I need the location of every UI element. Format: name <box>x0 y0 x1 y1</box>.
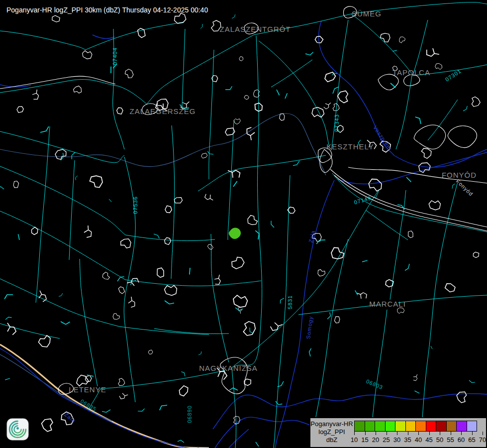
radar-map <box>0 0 487 448</box>
legend-tick-label: 70 <box>479 436 486 444</box>
legend-color-cell <box>395 421 406 432</box>
legend-tick-mark <box>408 432 408 435</box>
river-lines-slate <box>0 113 326 421</box>
legend-color-cell <box>436 421 447 432</box>
legend-tick-mark <box>461 432 462 435</box>
legend-tick-mark <box>418 432 419 435</box>
legend-color-cell <box>405 421 416 432</box>
shorelines-and-towns <box>0 6 487 394</box>
legend-tick-label: 55 <box>447 436 454 444</box>
legend-title-line2: logZ_PPI <box>310 428 353 436</box>
legend-tick-mark <box>376 432 376 435</box>
legend-color-cell <box>446 421 457 432</box>
legend-tick-label: 50 <box>436 436 443 444</box>
radar-echo-blob <box>229 228 241 239</box>
legend-tick-label: 30 <box>393 436 400 444</box>
legend-tick-mark <box>397 432 397 435</box>
legend-title: Poganyvar-HR logZ_PPI dbZ <box>310 420 353 444</box>
legend-color-cell <box>354 421 365 432</box>
legend-tick-mark <box>387 432 387 435</box>
legend-color-cell <box>375 421 386 432</box>
legend-color-cell <box>456 421 467 432</box>
legend-tick-label: 35 <box>404 436 411 444</box>
legend-tick-mark <box>365 432 366 435</box>
legend-tick-label: 10 <box>351 436 358 444</box>
dbz-color-legend: Poganyvar-HR logZ_PPI dbZ 10152025303540… <box>309 417 487 448</box>
legend-color-cell <box>385 421 396 432</box>
legend-color-cell <box>467 421 478 432</box>
legend-tick-mark <box>440 432 440 435</box>
map-title: Poganyvar-HR logZ_PPI 30km (dbZ) Thursda… <box>6 6 208 14</box>
legend-colorbar <box>354 421 477 432</box>
village-outlines <box>3 12 482 433</box>
legend-tick-mark <box>483 432 483 435</box>
legend-tick-mark <box>354 432 355 435</box>
legend-title-line1: Poganyvar-HR <box>310 420 353 428</box>
country-border-line <box>0 344 209 448</box>
legend-tick-mark <box>429 432 430 435</box>
legend-title-line3: dbZ <box>310 436 353 444</box>
legend-color-cell <box>365 421 376 432</box>
legend-tick-mark <box>451 432 451 435</box>
legend-tick-label: 45 <box>425 436 432 444</box>
legend-tick-mark <box>472 432 473 435</box>
radar-map-screen: ZALASZENTGRÓTSÜMEGTAPOLCAZALAEGERSZEGKES… <box>0 0 487 448</box>
legend-tick-label: 60 <box>458 436 465 444</box>
legend-color-cell <box>415 421 426 432</box>
legend-tick-label: 65 <box>468 436 475 444</box>
met-spiral-logo <box>6 418 29 441</box>
legend-tick-label: 25 <box>383 436 390 444</box>
legend-color-cell <box>426 421 437 432</box>
legend-tick-label: 20 <box>372 436 379 444</box>
road-network <box>0 2 487 448</box>
legend-tick-label: 40 <box>415 436 422 444</box>
legend-tick-label: 15 <box>361 436 368 444</box>
